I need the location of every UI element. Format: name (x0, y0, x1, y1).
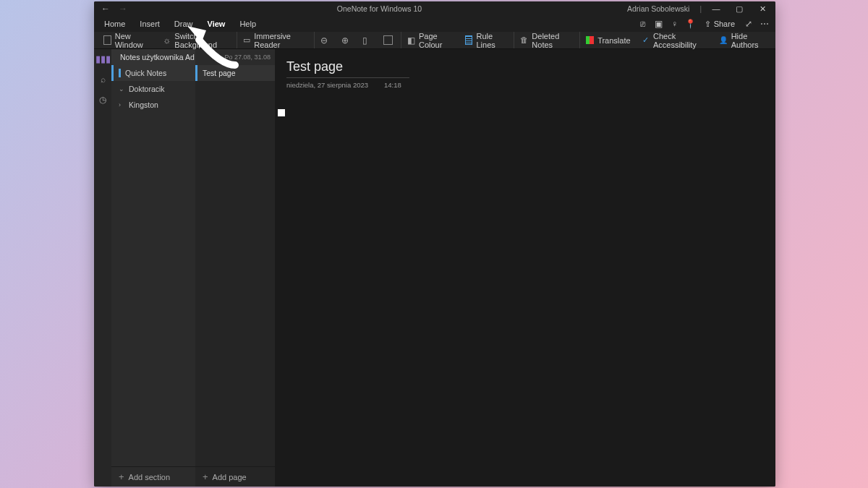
app-title: OneNote for Windows 10 (132, 4, 627, 13)
new-window-icon (103, 35, 111, 45)
close-icon[interactable]: ✕ (752, 4, 773, 14)
deleted-notes-label: Deleted Notes (532, 32, 571, 49)
translate-icon (586, 36, 594, 44)
nav-arrows: ← → (97, 4, 132, 14)
section-label: Doktoracik (129, 85, 165, 93)
trash-icon (520, 35, 528, 45)
forward-icon[interactable]: → (119, 4, 127, 14)
sections-pane: Notes użytkownika Ad… ≡ Quick Notes ⌄ Do… (111, 49, 195, 487)
check-accessibility-label: Check Accessibility (653, 32, 707, 49)
add-page-label: Add page (213, 473, 247, 481)
sun-icon (163, 35, 171, 45)
more-icon[interactable]: ⋯ (757, 19, 773, 29)
onenote-window: ← → OneNote for Windows 10 Adrian Sobole… (94, 1, 775, 487)
hide-authors-icon (719, 35, 728, 45)
page-title[interactable]: Test page (286, 59, 409, 78)
meeting-icon[interactable]: ⎚ (635, 19, 651, 29)
pages-header-meta: Po 27.08, 31.08 (195, 49, 275, 65)
translate-label: Translate (597, 36, 630, 45)
page-date: niedziela, 27 sierpnia 2023 (286, 81, 368, 89)
minimize-icon[interactable]: — (706, 4, 726, 14)
zoom-100-button[interactable] (357, 32, 377, 48)
add-page-button[interactable]: + Add page (195, 466, 275, 487)
page-colour-icon (407, 35, 415, 45)
page-content: Test page niedziela, 27 sierpnia 2023 14… (286, 59, 764, 116)
zoom-in-button[interactable] (336, 32, 356, 48)
switch-background-label: Switch Background (174, 32, 229, 49)
add-section-button[interactable]: + Add section (111, 466, 195, 487)
text-cursor-block (278, 109, 285, 116)
user-name[interactable]: Adrian Sobolewski (627, 4, 695, 13)
maximize-icon[interactable]: ▢ (729, 4, 749, 14)
menu-home[interactable]: Home (97, 17, 132, 30)
page-icon (362, 35, 372, 45)
add-section-label: Add section (129, 473, 170, 481)
menu-bar: Home Insert Draw View Help ⎚ ▣ ♀ 📍 ⇪ Sha… (94, 16, 775, 32)
page-time: 14:18 (384, 81, 401, 89)
page-item-test[interactable]: Test page (195, 65, 275, 81)
chevron-down-icon: ⌄ (119, 85, 124, 93)
page-canvas[interactable]: Test page niedziela, 27 sierpnia 2023 14… (275, 49, 775, 487)
back-icon[interactable]: ← (101, 4, 110, 14)
rule-lines-icon (465, 35, 473, 45)
switch-background-button[interactable]: Switch Background (158, 32, 234, 48)
menu-help[interactable]: Help (232, 17, 263, 30)
accessibility-icon (642, 35, 650, 45)
fullpage-icon[interactable]: ▣ (651, 19, 667, 29)
page-width-button[interactable] (378, 32, 398, 48)
zoom-out-icon (320, 35, 330, 45)
page-colour-button[interactable]: Page Colour (401, 32, 459, 48)
page-datetime: niedziela, 27 sierpnia 2023 14:18 (286, 81, 764, 89)
check-accessibility-button[interactable]: Check Accessibility (637, 32, 712, 48)
section-label: Quick Notes (125, 69, 166, 77)
immersive-reader-button[interactable]: Immersive Reader (237, 32, 311, 48)
page-colour-label: Page Colour (419, 32, 454, 49)
plus-icon: + (119, 471, 124, 482)
menu-insert[interactable]: Insert (132, 17, 167, 30)
page-item-label: Test page (203, 69, 236, 77)
notebook-name: Notes użytkownika Ad… (120, 53, 195, 61)
share-button[interactable]: ⇪ Share (699, 18, 741, 30)
notebook-header[interactable]: Notes użytkownika Ad… ≡ (111, 49, 195, 65)
new-window-label: New Window (115, 32, 152, 49)
separator: | (695, 5, 706, 13)
rule-lines-label: Rule Lines (476, 32, 506, 49)
pages-pane: Po 27.08, 31.08 Test page + Add page (195, 49, 275, 487)
share-label: Share (714, 20, 735, 28)
rule-lines-button[interactable]: Rule Lines (460, 32, 511, 48)
ribbon: New Window Switch Background Immersive R… (94, 32, 775, 49)
section-quick-notes[interactable]: Quick Notes (111, 65, 195, 81)
window-controls: — ▢ ✕ (706, 4, 773, 14)
recent-icon[interactable]: ◷ (99, 95, 106, 105)
deleted-notes-button[interactable]: Deleted Notes (514, 32, 576, 48)
fullscreen-icon[interactable]: ⤢ (741, 19, 757, 29)
bulb-icon[interactable]: ♀ (667, 19, 683, 29)
search-icon[interactable]: ⌕ (101, 74, 106, 85)
zoom-out-button[interactable] (314, 32, 335, 48)
nav-rail: ▮▮▮ ⌕ ◷ (94, 49, 111, 487)
pin-icon[interactable]: 📍 (683, 19, 699, 29)
chevron-right-icon: › (119, 101, 124, 108)
app-body: ▮▮▮ ⌕ ◷ Notes użytkownika Ad… ≡ Quick No… (94, 49, 775, 487)
zoom-in-icon (341, 35, 351, 45)
book-icon (243, 35, 250, 45)
notebooks-icon[interactable]: ▮▮▮ (95, 53, 111, 64)
hide-authors-label: Hide Authors (731, 32, 766, 49)
immersive-reader-label: Immersive Reader (254, 32, 306, 49)
section-label: Kingston (129, 100, 158, 109)
hide-authors-button[interactable]: Hide Authors (714, 32, 771, 48)
title-bar: ← → OneNote for Windows 10 Adrian Sobole… (94, 1, 775, 16)
section-colour-tab (119, 69, 121, 77)
share-icon: ⇪ (705, 20, 711, 29)
menu-draw[interactable]: Draw (167, 17, 200, 30)
page-width-icon (383, 35, 393, 45)
section-kingston[interactable]: › Kingston (111, 97, 195, 113)
new-window-button[interactable]: New Window (98, 32, 156, 48)
plus-icon: + (203, 471, 208, 482)
translate-button[interactable]: Translate (579, 32, 635, 48)
menu-view[interactable]: View (200, 17, 233, 30)
section-doktoracik[interactable]: ⌄ Doktoracik (111, 81, 195, 97)
